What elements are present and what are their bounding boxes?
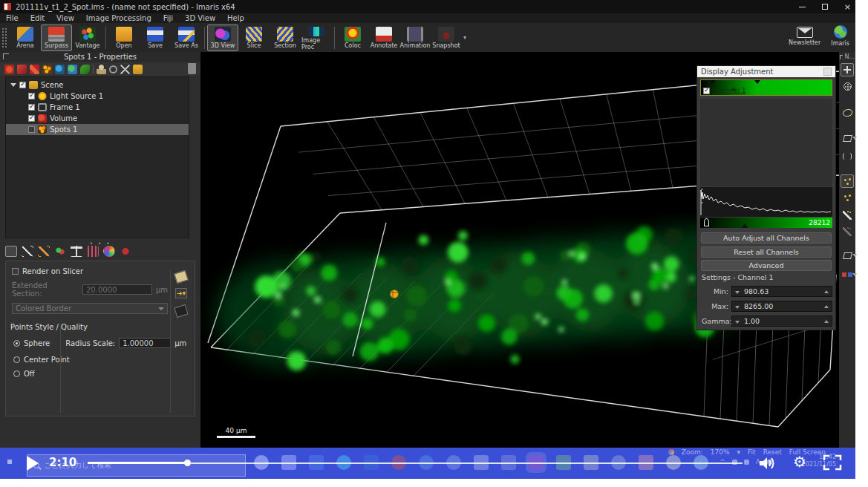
tab-color-icon[interactable] — [54, 246, 66, 257]
open-button[interactable]: Open — [108, 24, 140, 51]
menu-view[interactable]: View — [50, 14, 80, 22]
slice-button[interactable]: Slice — [238, 24, 270, 51]
volume-icon[interactable] — [759, 456, 777, 474]
min-spinner-icon[interactable] — [824, 290, 829, 293]
menu-image-processing[interactable]: Image Processing — [80, 14, 157, 22]
tab-filter-icon[interactable] — [71, 246, 82, 257]
tab-color-wheel-icon[interactable] — [103, 246, 115, 257]
toolbar-overflow-caret-icon[interactable]: ▾ — [463, 34, 466, 41]
volume-checkbox[interactable] — [28, 115, 35, 122]
save-button[interactable]: Save — [140, 24, 171, 51]
add-spots-icon[interactable] — [42, 65, 52, 74]
add-globe-icon[interactable] — [68, 65, 77, 74]
frame-checkbox[interactable] — [28, 104, 35, 111]
channel-strip[interactable]: Channel 1 — [700, 79, 832, 96]
auto-adjust-button[interactable]: Auto Adjust all Channels — [701, 232, 832, 244]
scissors-icon[interactable] — [120, 65, 130, 74]
spots-alt-tool-icon[interactable] — [841, 191, 854, 204]
channel-name[interactable]: Channel 1 — [712, 87, 746, 94]
play-button[interactable] — [27, 456, 39, 471]
ortho-slicer-icon[interactable] — [109, 65, 117, 73]
menu-help[interactable]: Help — [221, 14, 250, 22]
measurement-icon[interactable] — [97, 65, 106, 74]
radius-scale-field[interactable]: 1.00000 — [119, 338, 171, 348]
delete-icon[interactable] — [188, 65, 196, 74]
gamma-spinner-icon[interactable] — [824, 320, 829, 323]
arena-button[interactable]: Arena — [10, 24, 41, 51]
settings-gear-icon[interactable]: ⚙ — [793, 453, 806, 471]
menu-3d-view[interactable]: 3D View — [179, 14, 221, 22]
tree-item-volume[interactable]: Volume — [6, 113, 189, 124]
tab-wand-icon[interactable] — [22, 246, 33, 257]
view-preset-icon[interactable] — [841, 131, 854, 145]
tree-item-spots[interactable]: Spots 1 — [6, 124, 189, 135]
vantage-button[interactable]: Vantage — [72, 24, 103, 51]
tab-spots-icon[interactable] — [5, 246, 17, 257]
dock-icon[interactable] — [3, 53, 9, 59]
panel-close-icon[interactable] — [823, 68, 832, 76]
max-field[interactable]: 8265.00 — [731, 301, 832, 312]
min-handle-icon[interactable] — [710, 80, 716, 84]
add-surfaces-icon[interactable] — [4, 65, 14, 74]
imaris-home-button[interactable]: Imaris — [831, 24, 849, 47]
tab-statistics-icon[interactable] — [87, 246, 99, 257]
save-as-button[interactable]: Save As — [171, 24, 202, 51]
surpass-button[interactable]: Surpass — [41, 24, 72, 51]
range-gradient-bar[interactable]: 28212 — [700, 218, 832, 228]
coloc-button[interactable]: Coloc — [337, 24, 368, 51]
minimize-icon[interactable] — [799, 7, 806, 7]
add-cells-icon[interactable] — [55, 65, 65, 74]
toolbar-drag-handle[interactable] — [2, 28, 7, 48]
menu-file[interactable]: File — [0, 14, 25, 22]
spots-tool-icon[interactable] — [841, 174, 854, 188]
add-external-object-icon[interactable] — [17, 65, 27, 74]
camera-preset-3-button[interactable] — [174, 304, 189, 318]
off-radio[interactable] — [13, 370, 20, 377]
scene-checkbox[interactable] — [19, 82, 26, 88]
max-handle-icon[interactable] — [754, 80, 760, 84]
progress-bar[interactable] — [88, 461, 743, 465]
close-icon[interactable]: × — [844, 3, 851, 11]
advanced-button[interactable]: Advanced — [701, 260, 832, 271]
light-source-checkbox[interactable] — [28, 93, 35, 99]
min-field[interactable]: 980.63 — [731, 286, 832, 297]
min-dropdown-icon[interactable] — [735, 291, 740, 294]
channel-visible-checkbox[interactable] — [703, 88, 710, 94]
snapshot-button[interactable]: Snapshot — [431, 24, 462, 51]
gamma-field[interactable]: 1.00 — [731, 316, 832, 327]
stereo-icon[interactable] — [841, 268, 854, 281]
add-filaments-icon[interactable] — [30, 65, 39, 74]
range-min-marker-icon[interactable] — [704, 218, 709, 226]
tab-settings-icon[interactable] — [120, 246, 131, 257]
camera-preset-2-button[interactable]: ➔▾ — [175, 288, 187, 298]
tree-item-light-source[interactable]: Light Source 1 — [6, 91, 189, 102]
animation-button[interactable]: Animation — [399, 24, 431, 51]
newsletter-button[interactable]: Newsletter — [789, 24, 820, 47]
tree-item-frame[interactable]: Frame 1 — [6, 102, 189, 113]
menu-fiji[interactable]: Fiji — [157, 14, 179, 22]
lasso-icon[interactable] — [841, 106, 854, 120]
image-proc-button[interactable]: Image Proc — [301, 24, 332, 51]
maximize-icon[interactable] — [822, 4, 828, 10]
add-reference-frame-icon[interactable] — [80, 65, 90, 74]
max-dropdown-icon[interactable] — [735, 306, 740, 309]
range-gamma-marker-icon[interactable] — [742, 223, 748, 228]
frame-bracket-icon[interactable] — [841, 149, 854, 163]
reset-channels-button[interactable]: Reset all Channels — [701, 246, 832, 258]
annotate-button[interactable]: Annotate — [368, 24, 399, 51]
menu-edit[interactable]: Edit — [25, 14, 50, 22]
extended-section-field[interactable]: 20.0000 — [82, 284, 152, 295]
3d-view-button[interactable]: 3D View — [207, 24, 238, 51]
tree-item-scene[interactable]: Scene — [6, 79, 189, 91]
render-on-slicer-checkbox[interactable] — [12, 268, 19, 275]
pointer-select-icon[interactable] — [841, 63, 854, 76]
spots-checkbox[interactable] — [28, 126, 35, 133]
expand-caret-icon[interactable] — [10, 83, 16, 87]
section-button[interactable]: Section — [270, 24, 301, 51]
sphere-radio[interactable] — [13, 340, 20, 347]
display-adjustment-titlebar[interactable]: Display Adjustment — [697, 66, 835, 77]
group-folder-icon[interactable] — [133, 65, 143, 74]
fullscreen-icon[interactable] — [823, 454, 842, 474]
center-point-radio[interactable] — [13, 356, 20, 363]
progress-knob[interactable] — [184, 460, 191, 466]
